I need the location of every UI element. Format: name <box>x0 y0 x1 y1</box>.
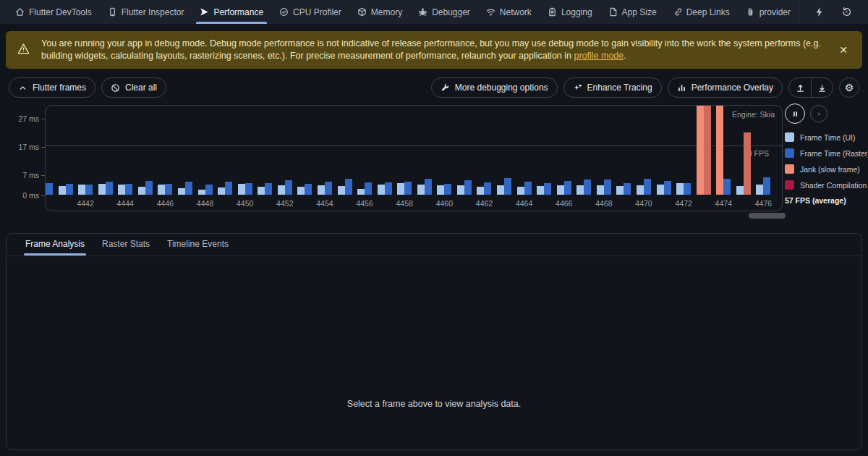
nav-tab-network[interactable]: Network <box>478 0 540 24</box>
frame-bar-4475-ui[interactable] <box>736 186 744 195</box>
frame-bar-4443-raster[interactable] <box>106 182 113 195</box>
pause-button[interactable] <box>785 104 805 124</box>
frame-bar-4459-raster[interactable] <box>425 179 432 195</box>
frames-plot-area[interactable]: Engine: Skia 60 FPS444244444446444844504… <box>45 105 783 211</box>
frame-bar-4442-raster[interactable] <box>85 185 93 195</box>
frame-bar-4453-ui[interactable] <box>297 187 305 195</box>
frame-bar-4454-ui[interactable] <box>318 185 325 195</box>
frame-bar-4448-raster[interactable] <box>205 185 213 195</box>
frame-bar-4458-ui[interactable] <box>397 183 404 195</box>
frame-bar-4447-raster[interactable] <box>185 182 192 195</box>
frame-bar-4463-raster[interactable] <box>504 178 511 195</box>
frame-bar-4460-ui[interactable] <box>437 185 444 195</box>
frame-bar-4467-ui[interactable] <box>576 185 584 195</box>
frame-bar-4466-raster[interactable] <box>564 181 571 195</box>
frame-bar-4473-ui-jank[interactable] <box>697 105 704 195</box>
history-action-button[interactable] <box>833 0 860 24</box>
frame-bar-4474-raster[interactable] <box>723 179 731 195</box>
frame-bar-4467-raster[interactable] <box>584 180 591 195</box>
frame-bar-4451-raster[interactable] <box>265 183 272 195</box>
tab-frame-analysis[interactable]: Frame Analysis <box>18 239 92 256</box>
frame-bar-4470-ui[interactable] <box>637 185 644 195</box>
nav-tab-deep-links[interactable]: Deep Links <box>665 0 738 24</box>
nav-tab-provider[interactable]: provider <box>738 0 799 24</box>
frame-bar-4459-ui[interactable] <box>417 185 425 195</box>
frame-bar-4464-raster[interactable] <box>524 182 532 195</box>
nav-tab-flutter-inspector[interactable]: Flutter Inspector <box>100 0 192 24</box>
frame-bar-4450-raster[interactable] <box>245 183 252 195</box>
more-debugging-options-button[interactable]: More debugging options <box>431 77 558 98</box>
frame-bar-4476-ui[interactable] <box>756 185 763 195</box>
frame-bar-4447-ui[interactable] <box>178 188 185 195</box>
frame-bar-4476-raster[interactable] <box>763 177 770 195</box>
flutter-frames-button[interactable]: Flutter frames <box>9 77 95 98</box>
frame-bar-4465-raster[interactable] <box>544 183 551 195</box>
frame-bar-4468-raster[interactable] <box>604 180 611 195</box>
frame-bar-4443-ui[interactable] <box>98 184 106 195</box>
close-banner-button[interactable]: ✕ <box>835 41 852 59</box>
frame-bar-4446-ui[interactable] <box>158 185 165 195</box>
profile-mode-link[interactable]: profile mode <box>574 51 624 61</box>
clear-all-button[interactable]: Clear all <box>101 77 166 98</box>
frame-bar-4446-raster[interactable] <box>165 184 172 195</box>
frame-bar-4455-ui[interactable] <box>338 186 345 195</box>
nav-tab-memory[interactable]: Memory <box>349 0 410 24</box>
enhance-tracing-button[interactable]: Enhance Tracing <box>563 77 662 98</box>
frame-bar-4457-raster[interactable] <box>385 182 392 195</box>
frame-bar-4460-raster[interactable] <box>444 184 451 195</box>
frame-bar-4444-raster[interactable] <box>125 184 132 195</box>
frame-bar-4448-ui[interactable] <box>198 190 205 195</box>
frame-bar-4457-ui[interactable] <box>378 185 385 195</box>
resume-button[interactable] <box>810 105 827 122</box>
nav-tab-flutter-devtools[interactable]: Flutter DevTools <box>7 0 100 24</box>
frame-bar-4450-ui[interactable] <box>238 184 245 195</box>
frame-bar-4462-ui[interactable] <box>477 187 484 195</box>
frame-bar-4456-raster[interactable] <box>365 182 372 195</box>
frame-bar-4472-ui[interactable] <box>676 183 684 195</box>
frame-bar-4449-raster[interactable] <box>225 182 232 195</box>
tab-raster-stats[interactable]: Raster Stats <box>95 239 157 256</box>
frame-bar-4466-ui[interactable] <box>557 185 564 195</box>
chart-horizontal-scrollbar[interactable] <box>749 213 786 219</box>
frame-bar-4461-ui[interactable] <box>457 185 464 195</box>
frame-bar-4475-raster-jank[interactable] <box>744 132 751 195</box>
frame-bar-4449-ui[interactable] <box>218 187 225 195</box>
chart-settings-button[interactable]: ⚙ <box>839 77 859 98</box>
frame-bar-4470-raster[interactable] <box>644 179 651 195</box>
frame-bar-4472-raster[interactable] <box>684 183 691 195</box>
frame-bar-4444-ui[interactable] <box>118 185 125 195</box>
frame-bar-4469-ui[interactable] <box>616 186 624 195</box>
tab-timeline-events[interactable]: Timeline Events <box>160 239 236 256</box>
frame-bar-4461-raster[interactable] <box>464 180 472 195</box>
frame-bar-4445-raster[interactable] <box>145 181 153 195</box>
frame-bar-4451-ui[interactable] <box>258 187 265 195</box>
frame-bar-4442-ui[interactable] <box>78 185 85 195</box>
frame-bar-4462-raster[interactable] <box>484 182 491 195</box>
nav-tab-logging[interactable]: Logging <box>540 0 600 24</box>
frame-bar-4471-ui[interactable] <box>657 185 664 195</box>
frame-bar-4458-raster[interactable] <box>404 182 412 195</box>
frame-bar-4453-raster[interactable] <box>305 184 312 195</box>
nav-tab-performance[interactable]: Performance <box>192 0 271 24</box>
frame-bar-4474-ui-jank[interactable] <box>716 105 723 195</box>
import-button[interactable] <box>811 78 833 97</box>
nav-tab-debugger[interactable]: Debugger <box>410 0 478 24</box>
gear-action-button[interactable]: ⚙ <box>860 0 868 24</box>
frame-bar-4464-ui[interactable] <box>517 187 524 195</box>
frame-bar-4454-raster[interactable] <box>325 182 332 195</box>
frame-bar-4455-raster[interactable] <box>345 179 352 195</box>
frame-bar-4469-raster[interactable] <box>624 183 631 195</box>
frame-bar-4452-raster[interactable] <box>285 180 292 195</box>
frame-bar-4441-raster[interactable] <box>66 184 73 195</box>
frame-bar-4456-ui[interactable] <box>357 189 365 195</box>
frame-bar-4452-ui[interactable] <box>278 185 285 195</box>
frame-bar-4471-raster[interactable] <box>664 181 671 195</box>
performance-overlay-button[interactable]: Performance Overlay <box>668 77 783 98</box>
frame-bar-4441-ui[interactable] <box>59 186 66 195</box>
frame-bar-4445-ui[interactable] <box>138 187 145 195</box>
bolt-action-button[interactable] <box>805 0 833 24</box>
export-button[interactable] <box>789 78 811 97</box>
nav-tab-app-size[interactable]: App Size <box>600 0 665 24</box>
frame-bar-4465-ui[interactable] <box>537 186 544 195</box>
nav-tab-cpu-profiler[interactable]: CPU Profiler <box>271 0 349 24</box>
